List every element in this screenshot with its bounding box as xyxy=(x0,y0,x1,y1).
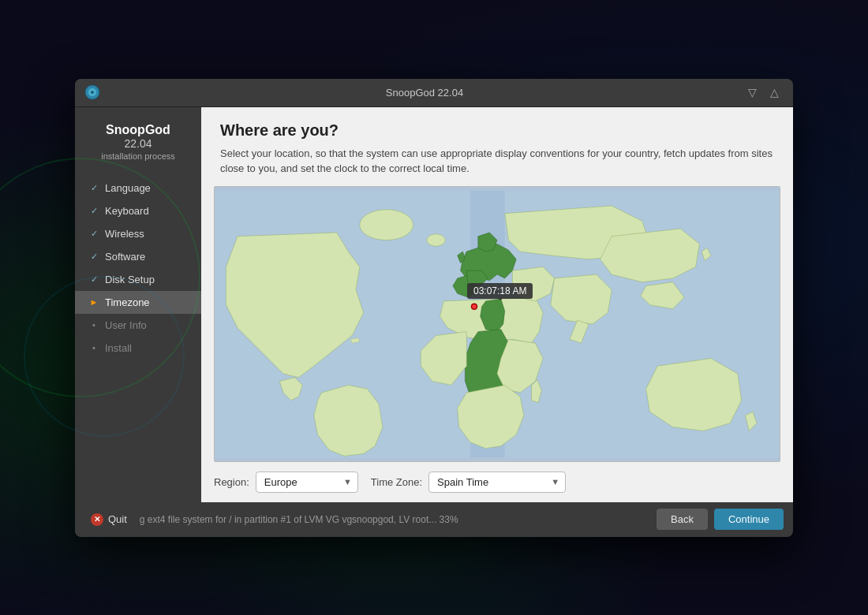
svg-point-8 xyxy=(473,304,476,308)
svg-point-2 xyxy=(91,91,94,94)
timezone-select-wrapper: Spain Time Central European Time GMT UTC… xyxy=(428,472,566,493)
sidebar-header: SnoopGod 22.04 installation process xyxy=(75,123,201,177)
world-map[interactable]: 03:07:18 AM xyxy=(214,186,780,462)
sidebar-item-language[interactable]: ✓ Language xyxy=(75,177,201,199)
bottom-bar: ✕ Quit g ext4 file system for / in parti… xyxy=(75,502,793,537)
sidebar-item-timezone[interactable]: ► Timezone xyxy=(75,291,201,314)
keyboard-check-icon: ✓ xyxy=(88,206,100,216)
sidebar-item-label-language: Language xyxy=(105,182,151,194)
minimize-button[interactable]: ▽ xyxy=(743,83,761,102)
sidebar: SnoopGod 22.04 installation process ✓ La… xyxy=(75,107,201,502)
timezone-active-icon: ► xyxy=(88,297,100,307)
install-pending-icon: • xyxy=(88,343,100,352)
sidebar-item-software[interactable]: ✓ Software xyxy=(75,245,201,268)
region-field: Region: Africa America Asia Atlantic Aus… xyxy=(214,472,358,493)
sidebar-item-user-info[interactable]: • User Info xyxy=(75,314,201,337)
controls-row: Region: Africa America Asia Atlantic Aus… xyxy=(201,462,793,502)
quit-icon: ✕ xyxy=(91,513,103,526)
userinfo-pending-icon: • xyxy=(88,320,100,330)
timezone-label: Time Zone: xyxy=(371,476,422,488)
sidebar-item-keyboard[interactable]: ✓ Keyboard xyxy=(75,199,201,222)
sidebar-item-label-timezone: Timezone xyxy=(105,296,150,308)
sidebar-item-label-disk: Disk Setup xyxy=(105,274,155,285)
wireless-check-icon: ✓ xyxy=(88,229,100,239)
titlebar-title: SnoopGod 22.04 xyxy=(107,87,743,99)
sidebar-version: 22.04 xyxy=(84,137,192,150)
app-logo xyxy=(84,84,100,100)
page-title: Where are you? xyxy=(220,121,774,140)
main-panel: Where are you? Select your location, so … xyxy=(201,107,793,502)
sidebar-subtitle: installation process xyxy=(84,151,192,161)
sidebar-app-name: SnoopGod xyxy=(84,123,192,137)
sidebar-item-install[interactable]: • Install xyxy=(75,337,201,360)
disk-check-icon: ✓ xyxy=(88,274,100,285)
sidebar-item-label-userinfo: User Info xyxy=(105,319,147,331)
sidebar-item-label-software: Software xyxy=(105,251,145,263)
svg-point-5 xyxy=(360,209,413,240)
titlebar: SnoopGod 22.04 ▽ △ xyxy=(75,79,793,107)
region-select[interactable]: Africa America Asia Atlantic Australia E… xyxy=(256,472,358,493)
back-button[interactable]: Back xyxy=(657,509,708,530)
status-text: g ext4 file system for / in partition #1… xyxy=(140,514,650,525)
timezone-select[interactable]: Spain Time Central European Time GMT UTC xyxy=(428,472,566,493)
content-area: SnoopGod 22.04 installation process ✓ La… xyxy=(75,107,793,502)
quit-label: Quit xyxy=(108,513,127,525)
sidebar-item-label-install: Install xyxy=(105,342,132,354)
maximize-button[interactable]: △ xyxy=(765,83,784,102)
window-controls: ▽ △ xyxy=(743,83,784,102)
sidebar-item-label-keyboard: Keyboard xyxy=(105,205,149,217)
sidebar-item-disk-setup[interactable]: ✓ Disk Setup xyxy=(75,268,201,291)
main-header: Where are you? Select your location, so … xyxy=(201,107,793,186)
timezone-field: Time Zone: Spain Time Central European T… xyxy=(371,472,566,493)
page-description: Select your location, so that the system… xyxy=(220,146,774,177)
region-select-wrapper: Africa America Asia Atlantic Australia E… xyxy=(256,472,358,493)
sidebar-item-wireless[interactable]: ✓ Wireless xyxy=(75,222,201,245)
main-window: SnoopGod 22.04 ▽ △ SnoopGod 22.04 instal… xyxy=(75,79,793,537)
region-label: Region: xyxy=(214,476,249,488)
software-check-icon: ✓ xyxy=(88,252,100,262)
time-display: 03:07:18 AM xyxy=(473,285,526,296)
language-check-icon: ✓ xyxy=(88,183,100,193)
continue-button[interactable]: Continue xyxy=(714,509,784,530)
sidebar-item-label-wireless: Wireless xyxy=(105,228,144,240)
time-tooltip: 03:07:18 AM xyxy=(467,283,533,299)
quit-button[interactable]: ✕ Quit xyxy=(84,510,133,529)
svg-point-6 xyxy=(427,233,445,245)
